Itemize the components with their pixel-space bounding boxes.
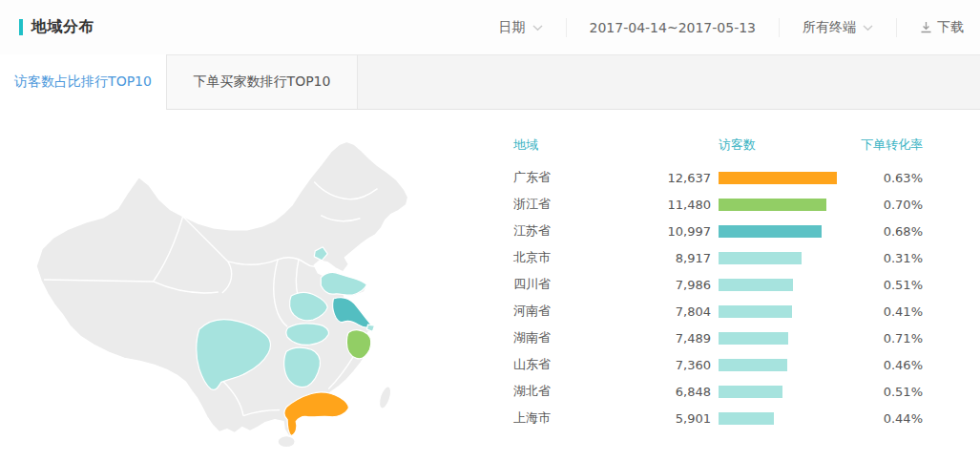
region-name: 山东省 (513, 356, 597, 373)
table-body: 广东省 12,637 0.63% 浙江省 11,480 0.70% 江苏省 10… (513, 164, 923, 431)
date-range[interactable]: 2017-04-14~2017-05-13 (590, 20, 756, 35)
visitor-bar-track (711, 412, 854, 425)
table-row: 河南省 7,804 0.41% (513, 298, 923, 325)
rank-table: 地域 访客数 下单转化率 广东省 12,637 0.63% 浙江省 11,480… (513, 134, 923, 431)
column-header-visitors: 访客数 (711, 136, 854, 154)
panel-header: 地域分布 日期 2017-04-14~2017-05-13 所有终端 下载 (0, 0, 980, 54)
divider (779, 18, 780, 37)
visitor-bar (719, 305, 792, 318)
conversion-rate: 0.46% (854, 358, 923, 372)
conversion-rate: 0.51% (854, 385, 923, 399)
visitor-bar-track (711, 359, 854, 371)
region-name: 上海市 (513, 409, 597, 427)
visitor-count: 12,637 (597, 171, 711, 185)
visitor-bar-track (711, 199, 854, 211)
column-header-region: 地域 (513, 136, 597, 154)
region-name: 浙江省 (513, 196, 597, 213)
map-region-taiwan (377, 385, 393, 409)
visitor-bar-track (711, 225, 854, 238)
visitor-bar (719, 279, 793, 291)
table-row: 北京市 8,917 0.31% (513, 244, 923, 271)
visitor-count: 11,480 (597, 198, 711, 212)
conversion-rate: 0.70% (854, 198, 923, 212)
title-accent-bar (19, 19, 23, 35)
region-name: 江苏省 (513, 222, 597, 240)
region-name: 广东省 (513, 169, 597, 186)
tab-visitor-ranking[interactable]: 访客数占比排行TOP10 (0, 54, 167, 110)
divider (566, 18, 567, 37)
visitor-bar (719, 332, 788, 345)
visitor-bar (719, 252, 802, 264)
visitor-bar-track (711, 172, 854, 184)
visitor-bar (719, 199, 826, 211)
title-wrap: 地域分布 (19, 17, 94, 37)
conversion-rate: 0.63% (854, 171, 923, 185)
visitor-bar-track (711, 279, 854, 291)
download-icon (920, 21, 932, 33)
chevron-down-icon (532, 25, 543, 31)
conversion-rate: 0.44% (854, 411, 923, 426)
tab-bar: 访客数占比排行TOP10 下单买家数排行TOP10 (0, 54, 980, 110)
visitor-count: 7,986 (597, 278, 711, 292)
visitor-bar (719, 386, 782, 398)
china-map (27, 122, 487, 449)
conversion-rate: 0.71% (854, 331, 923, 346)
table-row: 四川省 7,986 0.51% (513, 271, 923, 298)
visitor-bar-track (711, 252, 854, 264)
table-row: 广东省 12,637 0.63% (513, 164, 923, 191)
visitor-count: 7,804 (597, 304, 711, 319)
visitor-bar-track (711, 386, 854, 398)
region-name: 四川省 (513, 276, 597, 293)
visitor-bar (719, 225, 822, 238)
column-header-conversion: 下单转化率 (854, 136, 923, 154)
visitor-bar-track (711, 305, 854, 318)
terminal-dropdown-label: 所有终端 (803, 19, 856, 36)
conversion-rate: 0.31% (854, 251, 923, 265)
visitor-count: 10,997 (597, 224, 711, 239)
table-row: 山东省 7,360 0.46% (513, 351, 923, 378)
regional-distribution-panel: 地域分布 日期 2017-04-14~2017-05-13 所有终端 下载 (0, 0, 980, 461)
region-name: 北京市 (513, 249, 597, 266)
visitor-bar (719, 412, 774, 425)
visitor-bar (719, 172, 837, 184)
tab-buyer-ranking[interactable]: 下单买家数排行TOP10 (167, 55, 358, 109)
map-region-shandong[interactable] (321, 272, 366, 295)
table-row: 湖南省 7,489 0.71% (513, 325, 923, 351)
conversion-rate: 0.41% (854, 304, 923, 319)
date-dropdown[interactable]: 日期 (499, 19, 543, 36)
download-button[interactable]: 下载 (920, 19, 964, 36)
region-name: 湖南省 (513, 329, 597, 346)
map-region-shanghai[interactable] (366, 325, 374, 331)
table-row: 江苏省 10,997 0.68% (513, 218, 923, 244)
visitor-count: 7,360 (597, 358, 711, 372)
region-name: 湖北省 (513, 383, 597, 400)
header-controls: 日期 2017-04-14~2017-05-13 所有终端 下载 (499, 18, 964, 37)
visitor-count: 8,917 (597, 251, 711, 265)
date-dropdown-label: 日期 (499, 19, 526, 36)
terminal-dropdown[interactable]: 所有终端 (803, 19, 873, 36)
map-region-zhejiang[interactable] (346, 330, 370, 359)
visitor-bar (719, 359, 787, 371)
map-region-hainan (278, 436, 295, 448)
visitor-count: 6,848 (597, 385, 711, 399)
date-range-value: 2017-04-14~2017-05-13 (590, 20, 756, 35)
conversion-rate: 0.68% (854, 224, 923, 239)
chevron-down-icon (863, 25, 873, 31)
conversion-rate: 0.51% (854, 278, 923, 292)
region-name: 河南省 (513, 303, 597, 320)
table-header: 地域 访客数 下单转化率 (513, 134, 923, 157)
divider (896, 18, 897, 37)
table-row: 浙江省 11,480 0.70% (513, 191, 923, 218)
visitor-count: 7,489 (597, 331, 711, 346)
table-row: 湖北省 6,848 0.51% (513, 378, 923, 405)
visitor-bar-track (711, 332, 854, 345)
page-title: 地域分布 (31, 17, 94, 37)
download-label: 下载 (937, 19, 964, 36)
visitor-count: 5,901 (597, 411, 711, 426)
table-row: 上海市 5,901 0.44% (513, 405, 923, 431)
